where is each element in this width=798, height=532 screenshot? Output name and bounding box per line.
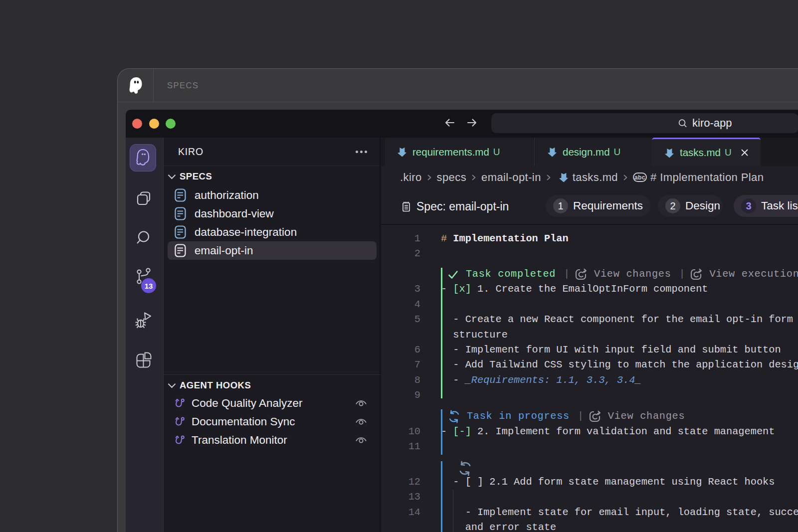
svg-text:abc: abc (634, 174, 645, 181)
